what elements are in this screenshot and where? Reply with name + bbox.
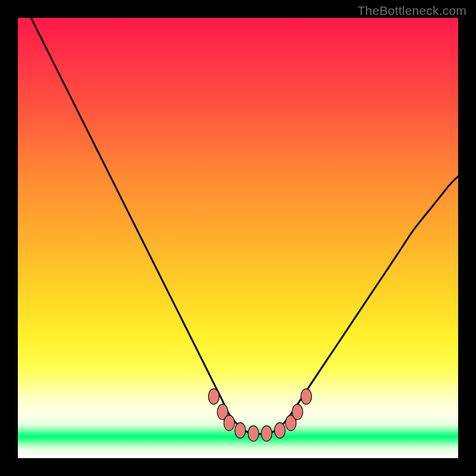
- curve-marker-9: [301, 389, 312, 404]
- bottleneck-curve-svg: [18, 18, 458, 458]
- curve-marker-0: [208, 389, 219, 404]
- watermark-text: TheBottleneck.com: [358, 4, 466, 18]
- bottleneck-curve-line: [31, 18, 458, 434]
- chart-plot-area: [18, 18, 458, 458]
- curve-marker-5: [261, 426, 272, 441]
- curve-marker-4: [248, 426, 259, 441]
- curve-marker-3: [235, 422, 246, 438]
- curve-marker-2: [224, 415, 234, 431]
- curve-marker-6: [274, 422, 285, 438]
- chart-frame: TheBottleneck.com: [0, 0, 476, 476]
- curve-marker-8: [292, 404, 303, 419]
